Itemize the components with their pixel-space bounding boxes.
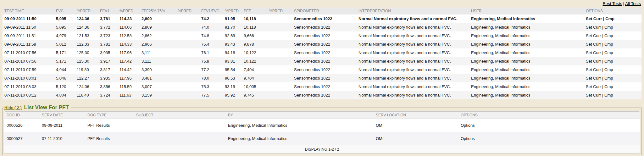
cell-fev1: 3,781 bbox=[98, 40, 118, 48]
list-view-legend: Hide ( 2 ) List View For PFT bbox=[4, 104, 71, 111]
cell-fev1-pred: 114.33 bbox=[118, 14, 140, 23]
col-fvc: FVC bbox=[54, 8, 75, 14]
cell-fev1-fvc-pred: 95.92 bbox=[223, 91, 242, 99]
pft-test-row: 07-11-2010 07:565,171125.303,917117.423,… bbox=[3, 57, 641, 65]
cell-doc-type: PFT Results bbox=[85, 119, 134, 132]
cell-fef25-75-pred bbox=[176, 74, 199, 82]
col-serv-date-sort-link[interactable]: SERV DATE bbox=[42, 113, 63, 117]
cell-pef: 9,878 bbox=[242, 40, 267, 48]
cell-by: Engineering, Medical Informatics bbox=[225, 132, 373, 145]
set-curr-link[interactable]: Set Curr bbox=[586, 76, 601, 81]
cell-user: Engineering, Medical Informatics bbox=[469, 74, 584, 82]
cell-fvc: 5,012 bbox=[54, 40, 75, 48]
best-tests-link[interactable]: Best Tests bbox=[602, 1, 622, 6]
cell-subject bbox=[134, 119, 225, 132]
set-curr-link[interactable]: Set Curr bbox=[586, 67, 601, 72]
cell-test-time: 07-11-2010 08:03 bbox=[3, 82, 54, 91]
cell-test-time: 07-11-2010 07:56 bbox=[3, 48, 54, 57]
cell-fev1-fvc: 76.1 bbox=[199, 48, 223, 57]
cell-pef: 9,745 bbox=[242, 91, 267, 99]
options-separator: | bbox=[601, 50, 604, 55]
col-by-sort-link[interactable]: BY bbox=[228, 113, 233, 117]
cell-fef25-75: 2,809 bbox=[140, 14, 176, 23]
displaying-count-label: DISPLAYING 1-2 / 2 bbox=[4, 145, 640, 153]
cell-fef25-75-pred bbox=[176, 40, 199, 48]
cell-test-time: 09-09-2011 11:51 bbox=[3, 31, 54, 40]
set-curr-link[interactable]: Set Curr bbox=[586, 59, 601, 64]
cell-fef25-75-pred bbox=[176, 31, 199, 40]
cell-by: Engineering, Medical Informatics bbox=[225, 119, 373, 132]
col-serv-location-sort-link[interactable]: SERV LOCATION bbox=[376, 113, 406, 117]
cell-pef-pred bbox=[267, 40, 292, 48]
cell-fev1-pred: 117.96 bbox=[118, 74, 140, 82]
col-subject-sort-link[interactable]: SUBJECT bbox=[136, 113, 153, 117]
col-doc-type-sort-link[interactable]: DOC TYPE bbox=[87, 113, 107, 117]
cell-fvc-pred: 124.36 bbox=[75, 14, 98, 23]
cell-fvc: 4,804 bbox=[54, 91, 75, 99]
cell-fev1-fvc: 74.0 bbox=[199, 23, 223, 31]
cell-fvc: 5,171 bbox=[54, 57, 75, 65]
set-curr-link[interactable]: Set Curr bbox=[586, 16, 602, 21]
col-interpretation: INTERPRETATION bbox=[357, 8, 469, 14]
cell-interpretation: Normal Normal expiratory flows and a nor… bbox=[357, 65, 469, 74]
cmp-link[interactable]: Cmp bbox=[604, 67, 613, 72]
cmp-link[interactable]: Cmp bbox=[604, 84, 613, 89]
col-test-time: TEST TIME bbox=[3, 8, 54, 14]
cmp-link[interactable]: Cmp bbox=[604, 59, 613, 64]
cell-spirometer: Sensormedics 1022 bbox=[292, 31, 357, 40]
cell-pef-pred bbox=[267, 91, 292, 99]
cmp-link[interactable]: Cmp bbox=[604, 93, 613, 98]
cell-fvc: 5,120 bbox=[54, 82, 75, 91]
set-curr-link[interactable]: Set Curr bbox=[586, 50, 601, 55]
document-row: 000052609-09-2011PFT ResultsEngineering,… bbox=[4, 119, 640, 132]
cell-interpretation: Normal Normal expiratory flows and a nor… bbox=[357, 14, 469, 23]
col-pred: %PRED bbox=[267, 8, 292, 14]
cell-fef25-75-pred bbox=[176, 23, 199, 31]
cmp-link[interactable]: Cmp bbox=[604, 50, 613, 55]
all-tests-link[interactable]: All Tests bbox=[625, 1, 641, 6]
set-curr-link[interactable]: Set Curr bbox=[586, 33, 601, 38]
cmp-link[interactable]: Cmp bbox=[605, 16, 614, 21]
cmp-link[interactable]: Cmp bbox=[604, 33, 613, 38]
col-options-sort-link[interactable]: OPTIONS bbox=[461, 113, 478, 117]
cell-user: Engineering, Medical Informatics bbox=[469, 31, 584, 40]
set-curr-link[interactable]: Set Curr bbox=[586, 25, 601, 30]
cell-fev1-fvc: 75.4 bbox=[199, 40, 223, 48]
cell-options: Set Curr | Cmp bbox=[584, 48, 641, 57]
col-pred: %PRED bbox=[223, 8, 242, 14]
col-options: OPTIONS bbox=[458, 112, 640, 119]
col-subject: SUBJECT bbox=[134, 112, 225, 119]
col-serv-location: SERV LOCATION bbox=[373, 112, 458, 119]
cell-fev1-pred: 112.58 bbox=[118, 31, 140, 40]
col-doc-id-sort-link[interactable]: DOC ID bbox=[7, 113, 20, 117]
cell-pef-pred bbox=[267, 48, 292, 57]
cell-fef25-75: 3,481 bbox=[140, 74, 176, 82]
cell-user: Engineering, Medical Informatics bbox=[469, 57, 584, 65]
cell-fef25-75: 3,111 bbox=[140, 57, 176, 65]
hide-link[interactable]: Hide ( 2 ) bbox=[4, 105, 22, 110]
cell-pef: 7,404 bbox=[242, 65, 267, 74]
cell-pef: 9,666 bbox=[242, 31, 267, 40]
col-doc-type: DOC TYPE bbox=[85, 112, 134, 119]
cell-fev1-fvc: 75.3 bbox=[199, 82, 223, 91]
set-curr-link[interactable]: Set Curr bbox=[586, 93, 601, 98]
cell-fev1-pred: 111.63 bbox=[118, 91, 140, 99]
options-link[interactable]: Options bbox=[461, 123, 475, 128]
cell-fvc: 4,979 bbox=[54, 31, 75, 40]
cell-fev1-fvc: 77.5 bbox=[199, 91, 223, 99]
pft-table-body: 09-09-2011 11:505,095124.363,781114.332,… bbox=[3, 14, 641, 99]
cell-fev1-fvc-pred: 93.43 bbox=[223, 40, 242, 48]
cell-options: Set Curr | Cmp bbox=[584, 31, 641, 40]
cell-pef: 10,118 bbox=[242, 14, 267, 23]
cmp-link[interactable]: Cmp bbox=[604, 25, 613, 30]
options-link[interactable]: Options bbox=[461, 136, 475, 141]
cell-pef: 10,118 bbox=[242, 23, 267, 31]
cell-fef25-75-pred bbox=[176, 65, 199, 74]
set-curr-link[interactable]: Set Curr bbox=[586, 42, 601, 47]
cmp-link[interactable]: Cmp bbox=[604, 42, 613, 47]
cell-fvc-pred: 124.36 bbox=[75, 23, 98, 31]
cell-pef: 10,005 bbox=[242, 82, 267, 91]
cmp-link[interactable]: Cmp bbox=[604, 76, 613, 81]
set-curr-link[interactable]: Set Curr bbox=[586, 84, 601, 89]
cell-user: Engineering, Medical Informatics bbox=[469, 40, 584, 48]
